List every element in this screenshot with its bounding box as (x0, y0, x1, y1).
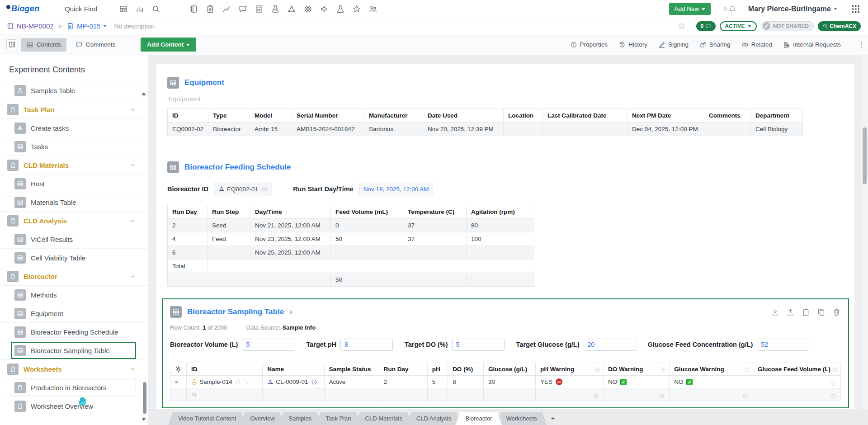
glucose-warning-filter-cell[interactable] (670, 388, 753, 401)
ph-filter-cell[interactable] (427, 388, 448, 401)
main-scrollbar[interactable] (861, 55, 868, 410)
breadcrumb-notebook-link[interactable]: NB-MP0002 (17, 22, 54, 30)
notifications-button[interactable]: 0 (723, 5, 736, 13)
caret-down-icon[interactable] (103, 25, 107, 27)
field-input-target-do[interactable] (452, 339, 505, 351)
tab-cld-analysis[interactable]: CLD Analysis (406, 412, 461, 425)
notebook-icon[interactable] (186, 2, 202, 16)
more-options-button[interactable]: ⋮ (858, 43, 864, 46)
status-filter-cell[interactable] (324, 388, 379, 401)
info-icon[interactable] (235, 378, 241, 385)
quick-find-button[interactable]: Quick Find (58, 2, 104, 15)
comment-count-badge[interactable]: 0 (696, 21, 716, 31)
do-filter-cell[interactable] (448, 388, 484, 401)
sidebar-item-methods[interactable]: Methods (0, 285, 148, 304)
sidebar-item-host[interactable]: Host (0, 174, 148, 193)
star-icon[interactable] (349, 2, 365, 16)
table-cell[interactable]: Nov 21, 2025, 12:00 AM (250, 219, 331, 232)
info-icon[interactable] (593, 393, 599, 400)
sidebar-item-production-in-bioreactors[interactable]: Production in Bioreactors (0, 378, 148, 397)
sample-id-cell[interactable]: Sample-014 (187, 376, 263, 388)
tab-bioreactor[interactable]: Bioreactor (455, 412, 502, 425)
sidebar-item-cld-analysis[interactable]: CLD Analysis (0, 211, 148, 230)
sidebar-item-cell-viability-table[interactable]: Cell Viability Table (0, 248, 148, 267)
table-cell[interactable]: 37 (403, 232, 467, 246)
breadcrumb-experiment-link[interactable]: MP-015 (77, 22, 101, 30)
user-menu[interactable]: Mary Pierce-Burlingame (748, 5, 837, 13)
feed-volume-filter-cell[interactable] (753, 388, 841, 401)
table-cell[interactable]: 6 (168, 246, 208, 260)
do-cell[interactable]: 8 (448, 376, 484, 388)
bioreactor-id-chip[interactable]: EQ0002-01 (214, 183, 272, 195)
table-cell[interactable]: Nov 25, 2025, 12:00 AM (250, 246, 331, 260)
ph-warning-cell[interactable]: YES (536, 376, 604, 388)
chevron-down-icon[interactable] (129, 272, 136, 280)
toolbar-action-internal-requests[interactable]: Internal Requests (783, 41, 841, 48)
toolbar-action-related[interactable]: Related (741, 41, 773, 48)
tab-video-tutorial-content[interactable]: Video Tutorial Content (168, 412, 246, 425)
equipment-section-title[interactable]: Equipment (184, 78, 224, 87)
toolbar-action-properties[interactable]: Properties (570, 41, 608, 48)
tab-samples[interactable]: Samples (279, 412, 322, 425)
info-icon[interactable] (830, 380, 836, 387)
table-cell[interactable] (331, 246, 403, 260)
chemacx-button[interactable]: ChemACX (818, 21, 861, 31)
delete-button[interactable] (832, 308, 841, 316)
target-icon[interactable] (300, 2, 316, 16)
table-cell[interactable]: 2 (168, 219, 208, 232)
sidebar-item-tasks[interactable]: Tasks (0, 137, 148, 156)
expand-section-button[interactable] (288, 308, 294, 316)
run-day-filter-cell[interactable] (379, 388, 427, 401)
table-cell[interactable]: Nov 20, 2025, 12:39 PM (423, 123, 504, 136)
table-cell[interactable]: 37 (403, 219, 467, 232)
name-filter-cell[interactable] (263, 388, 324, 401)
glucose-feed-volume-cell[interactable] (753, 376, 841, 388)
table-cell[interactable]: Nov 23, 2025, 12:00 AM (250, 232, 331, 246)
table-cell[interactable]: Bioreactor (208, 123, 250, 136)
chevron-down-icon[interactable] (129, 365, 136, 373)
search-icon[interactable] (148, 2, 164, 16)
sidebar-item-materials-table[interactable]: Materials Table (0, 193, 148, 211)
info-icon[interactable] (660, 366, 666, 373)
table-cell[interactable]: 50 (331, 232, 403, 246)
glucose-cell[interactable]: 30 (483, 376, 535, 388)
run-day-cell[interactable]: 2 (379, 376, 427, 388)
ph-cell[interactable]: 5 (427, 376, 448, 388)
sidebar-item-bioreactor-feeding-schedule[interactable]: Bioreactor Feeding Schedule (0, 322, 148, 341)
tab-overview[interactable]: Overview (240, 412, 284, 425)
do-warning-filter-cell[interactable] (603, 388, 669, 401)
main-scrollbar-thumb[interactable] (863, 128, 867, 184)
id-filter-cell[interactable] (187, 388, 263, 401)
table-cell[interactable]: Sartorius (364, 123, 423, 136)
sample-name-cell[interactable]: CL-0009-01 (263, 376, 324, 388)
favorite-star-button[interactable] (677, 22, 686, 30)
comments-tab-button[interactable]: Comments (70, 38, 121, 52)
feeding-section-title[interactable]: Bioreactor Feeding Schedule (184, 163, 291, 172)
table-cell[interactable]: 80 (467, 219, 534, 232)
toolbar-action-history[interactable]: History (618, 41, 647, 48)
sidebar-item-cld-materials[interactable]: CLD Materials (0, 156, 148, 174)
row-drag-handle[interactable]: ≡ (170, 376, 187, 388)
toolbar-action-signing[interactable]: Signing (658, 41, 689, 48)
table-cell[interactable]: Feed (208, 232, 250, 246)
sidebar-item-worksheet-overview[interactable]: Worksheet Overview (0, 397, 148, 415)
field-input-bioreactor-volume-l[interactable] (242, 339, 294, 351)
table-cell[interactable]: 0 (331, 219, 403, 232)
sidebar-item-vicell-results[interactable]: ViCell Results (0, 230, 148, 248)
task-list-icon[interactable] (251, 2, 267, 16)
download-button[interactable] (771, 308, 779, 316)
announce-icon[interactable] (316, 2, 332, 16)
field-input-target-ph[interactable] (340, 339, 393, 351)
field-input-target-glucose-g-l[interactable] (584, 339, 636, 351)
table-cell[interactable] (467, 246, 534, 260)
table-cell[interactable]: Ambr 15 (250, 123, 292, 136)
app-grid-button[interactable] (851, 4, 861, 14)
shared-status-badge[interactable]: NOT SHARED (761, 21, 814, 31)
ph-warning-filter-cell[interactable] (536, 388, 604, 401)
collapse-sidebar-button[interactable] (6, 39, 17, 50)
table-cell[interactable] (208, 246, 250, 260)
flask-icon[interactable] (332, 2, 349, 16)
sidebar-scroll-down-arrow[interactable] (142, 418, 146, 421)
table-cell[interactable] (543, 123, 627, 136)
chat-icon[interactable] (235, 2, 251, 16)
